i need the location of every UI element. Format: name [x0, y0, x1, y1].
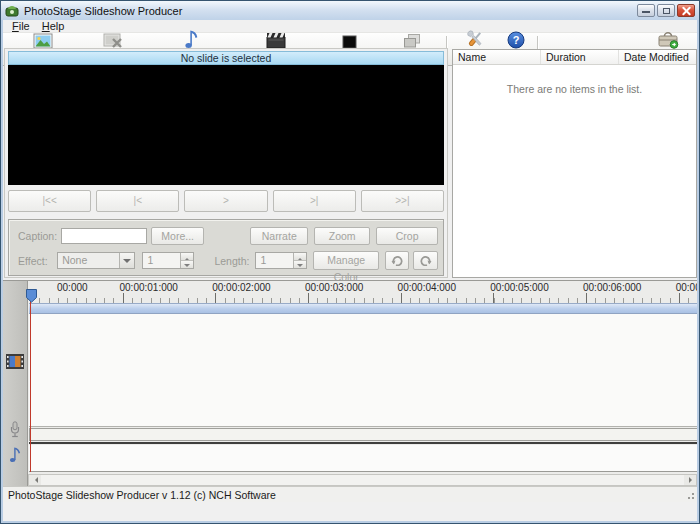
- length-value: 1: [256, 253, 293, 268]
- length-label: Length:: [214, 255, 255, 267]
- tools-icon: [465, 30, 485, 49]
- menu-help[interactable]: Help: [37, 20, 70, 32]
- delete-slides-icon: [103, 33, 123, 49]
- list-header: Name Duration Date Modified: [453, 50, 696, 65]
- app-icon: [5, 4, 19, 17]
- ruler-label: 00:000: [57, 282, 88, 293]
- help-icon: ?: [507, 31, 525, 49]
- status-bar: PhotoStage Slideshow Producer v 1.12 (c)…: [3, 486, 697, 502]
- rotate-left-button[interactable]: [385, 251, 410, 270]
- column-date-modified[interactable]: Date Modified: [619, 50, 696, 64]
- ruler-label: 00:00:06:000: [583, 282, 641, 293]
- rotate-right-icon: [419, 255, 432, 266]
- clapperboard-icon: [266, 32, 286, 49]
- video-track-lane[interactable]: [29, 314, 697, 427]
- crop-button[interactable]: Crop: [376, 227, 438, 245]
- caption-label: Caption:: [18, 230, 57, 242]
- slide-controls-panel: Caption: More... Narrate Zoom Crop Effec…: [8, 219, 444, 276]
- window-controls: [637, 4, 695, 17]
- go-last-button[interactable]: >>|: [361, 190, 444, 212]
- app-window: PhotoStage Slideshow Producer File Help …: [0, 0, 700, 524]
- music-track-icon: [9, 447, 21, 463]
- timeline-ticks[interactable]: [29, 293, 697, 303]
- ruler-label: 00:00:01:000: [119, 282, 177, 293]
- rotate-left-icon: [391, 255, 404, 266]
- preview-panel: No slide is selected |<< |< > >| >>| Cap…: [4, 48, 448, 278]
- spin-up-button[interactable]: [181, 253, 193, 260]
- toolbox-icon: [657, 31, 679, 49]
- transport-controls: |<< |< > >| >>|: [8, 190, 444, 212]
- maximize-button[interactable]: [657, 4, 675, 17]
- effect-repeat-spinner[interactable]: 1: [142, 252, 194, 269]
- spin-down-button[interactable]: [181, 260, 193, 268]
- chevron-down-icon[interactable]: [119, 253, 134, 268]
- column-name[interactable]: Name: [453, 50, 541, 64]
- previous-button[interactable]: |<: [96, 190, 179, 212]
- window-title: PhotoStage Slideshow Producer: [24, 5, 182, 17]
- ruler-label: 00:00:02:000: [212, 282, 270, 293]
- go-first-button[interactable]: |<<: [8, 190, 91, 212]
- caption-input[interactable]: [61, 228, 147, 244]
- playhead-marker[interactable]: [26, 289, 37, 303]
- slide-preview-screen[interactable]: [8, 65, 444, 185]
- narrate-button[interactable]: Narrate: [250, 227, 308, 245]
- effect-repeat-value: 1: [143, 253, 180, 268]
- scroll-left-icon[interactable]: [29, 475, 41, 485]
- timeline-ruler[interactable]: 00:000 00:00:01:000 00:00:02:000 00:00:0…: [29, 282, 697, 293]
- title-bar[interactable]: PhotoStage Slideshow Producer: [1, 1, 699, 20]
- scroll-right-icon[interactable]: [684, 475, 696, 485]
- effect-value: None: [58, 253, 119, 268]
- timeline: 00:000 00:00:01:000 00:00:02:000 00:00:0…: [3, 280, 697, 486]
- timeline-seek-band[interactable]: [29, 303, 697, 314]
- ruler-label: 00:00:03:000: [305, 282, 363, 293]
- rotate-right-button[interactable]: [413, 251, 438, 270]
- blank-slide-icon: [342, 35, 357, 49]
- ruler-label: 00:00:07:000: [676, 282, 697, 293]
- microphone-icon: [9, 421, 21, 438]
- spin-down-button[interactable]: [294, 260, 306, 268]
- more-button[interactable]: More...: [151, 227, 204, 245]
- effect-dropdown[interactable]: None: [57, 252, 135, 269]
- empty-list-message: There are no items in the list.: [453, 83, 696, 95]
- menu-file[interactable]: File: [7, 20, 35, 32]
- maximize-icon: [663, 8, 670, 14]
- play-button[interactable]: >: [184, 190, 267, 212]
- resize-grip[interactable]: [685, 490, 695, 500]
- next-button[interactable]: >|: [273, 190, 356, 212]
- track-icon-strip: [3, 281, 28, 486]
- status-text: PhotoStage Slideshow Producer v 1.12 (c)…: [8, 489, 276, 501]
- zoom-button[interactable]: Zoom: [314, 227, 370, 245]
- menu-bar: File Help: [3, 20, 697, 32]
- media-list-panel: Name Duration Date Modified There are no…: [452, 49, 697, 278]
- minimize-icon: [642, 11, 650, 13]
- manage-color-button[interactable]: Manage Color: [313, 251, 379, 270]
- slide-status-header: No slide is selected: [8, 51, 444, 65]
- copy-slide-icon: [403, 33, 421, 49]
- ruler-label: 00:00:05:000: [490, 282, 548, 293]
- length-spinner[interactable]: 1: [255, 252, 307, 269]
- insert-slides-icon: [33, 33, 53, 49]
- video-track-icon: [6, 354, 24, 369]
- playhead-line[interactable]: [30, 293, 31, 472]
- track-divider: [29, 442, 697, 444]
- narration-track-lane[interactable]: [29, 428, 697, 441]
- minimize-button[interactable]: [637, 4, 655, 17]
- music-note-icon: [184, 30, 199, 49]
- column-duration[interactable]: Duration: [541, 50, 619, 64]
- effect-label: Effect:: [18, 255, 57, 267]
- close-button[interactable]: [677, 4, 695, 17]
- timeline-scrollbar[interactable]: [28, 474, 697, 486]
- svg-text:?: ?: [513, 34, 520, 46]
- music-track-lane[interactable]: [29, 445, 697, 472]
- spin-up-button[interactable]: [294, 253, 306, 260]
- ruler-label: 00:00:04:000: [398, 282, 456, 293]
